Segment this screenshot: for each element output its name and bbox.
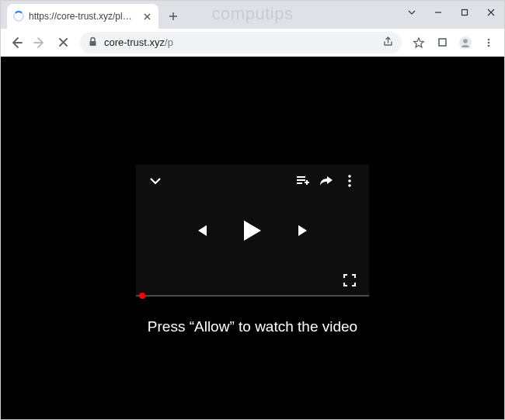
address-text: core-trust.xyz/p	[104, 36, 376, 48]
bookmark-star-button[interactable]	[408, 32, 430, 54]
svg-point-7	[488, 44, 490, 47]
share-arrow-icon[interactable]	[316, 171, 336, 191]
svg-point-4	[463, 39, 468, 43]
browser-titlebar: https://core-trust.xyz/play-music comput…	[1, 1, 504, 29]
address-path: /p	[165, 36, 173, 48]
svg-point-9	[348, 179, 351, 182]
video-player[interactable]	[136, 165, 369, 297]
stop-button[interactable]	[52, 32, 74, 54]
window-controls	[399, 1, 504, 24]
svg-point-6	[488, 41, 490, 43]
svg-point-5	[488, 38, 490, 40]
dropdown-button[interactable]	[399, 1, 425, 24]
lock-icon	[88, 36, 98, 49]
address-bar[interactable]: core-trust.xyz/p	[80, 32, 402, 54]
player-top-bar	[136, 171, 369, 191]
player-bottom-bar	[338, 270, 361, 290]
maximize-button[interactable]	[451, 1, 478, 24]
svg-rect-2	[439, 39, 446, 46]
playlist-add-icon[interactable]	[293, 171, 313, 191]
minimize-button[interactable]	[425, 1, 451, 24]
progress-handle-icon[interactable]	[139, 293, 145, 299]
more-icon[interactable]	[340, 171, 360, 191]
browser-tab[interactable]: https://core-trust.xyz/play-music	[7, 4, 158, 29]
progress-bar[interactable]	[136, 295, 369, 297]
play-button[interactable]	[239, 217, 266, 244]
toolbar-right	[408, 32, 500, 54]
svg-rect-0	[462, 10, 468, 16]
loading-spinner-icon	[13, 11, 24, 22]
share-icon[interactable]	[382, 36, 394, 50]
profile-button[interactable]	[454, 32, 476, 54]
new-tab-button[interactable]	[163, 6, 183, 26]
page-content: Press “Allow” to watch the video	[1, 57, 504, 419]
previous-track-icon[interactable]	[191, 220, 211, 241]
svg-point-10	[348, 184, 351, 187]
svg-rect-1	[90, 41, 96, 46]
menu-button[interactable]	[478, 32, 500, 54]
fullscreen-icon[interactable]	[340, 270, 360, 290]
next-track-icon[interactable]	[294, 220, 314, 241]
window-close-button[interactable]	[478, 1, 504, 24]
tab-close-button[interactable]	[141, 11, 152, 22]
address-domain: core-trust.xyz	[104, 36, 165, 48]
back-button[interactable]	[5, 32, 27, 54]
prompt-text: Press “Allow” to watch the video	[148, 318, 357, 335]
svg-point-8	[348, 175, 351, 178]
collapse-icon[interactable]	[145, 171, 165, 191]
player-controls	[190, 217, 315, 244]
browser-toolbar: core-trust.xyz/p	[1, 29, 504, 57]
extensions-button[interactable]	[431, 32, 453, 54]
watermark-text: computips	[212, 4, 294, 24]
tab-title: https://core-trust.xyz/play-music	[29, 11, 137, 22]
forward-button[interactable]	[29, 32, 50, 54]
